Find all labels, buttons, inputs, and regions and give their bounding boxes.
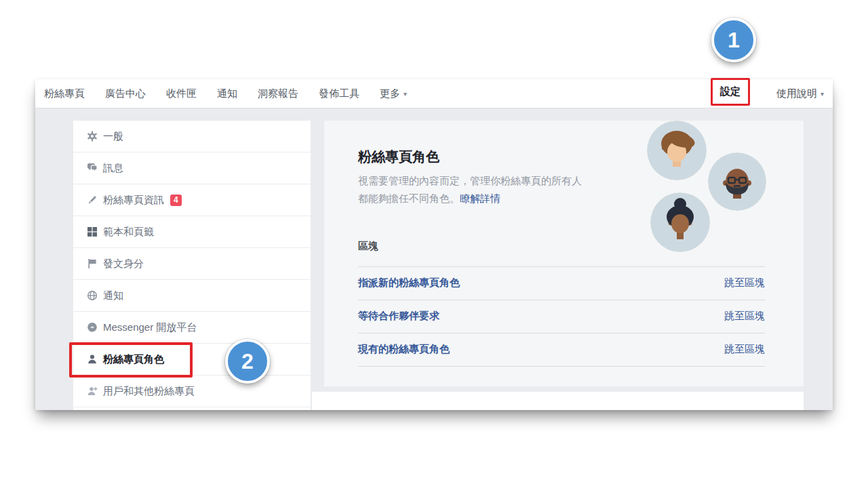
- chevron-down-icon: ▾: [403, 90, 407, 98]
- step-1-badge: 1: [711, 18, 756, 62]
- page-description: 視需要管理的內容而定，管理你粉絲專頁的所有人 都能夠擔任不同角色。瞭解詳情: [358, 172, 677, 207]
- notification-count-badge: 4: [170, 195, 182, 206]
- pencil-icon: [87, 195, 103, 205]
- page-background: { "nav": { "items": [ { "name": "pages",…: [0, 0, 868, 488]
- sidebar-item-page-info[interactable]: 粉絲專頁資訊 4: [73, 184, 311, 216]
- nav-item-more[interactable]: 更多▾: [380, 87, 407, 100]
- step-2-number: 2: [241, 349, 254, 374]
- globe-icon: [87, 290, 103, 301]
- browser-screenshot-window: 粉絲專頁 廣告中心 收件匣 通知 洞察報告 發佈工具 更多▾ 設定 使用說明 ▾…: [35, 79, 833, 410]
- top-navigation-bar: 粉絲專頁 廣告中心 收件匣 通知 洞察報告 發佈工具 更多▾ 設定 使用說明 ▾: [35, 79, 833, 108]
- sidebar-item-general[interactable]: 一般: [73, 121, 311, 152]
- jump-to-section-link[interactable]: 跳至區塊: [724, 310, 765, 323]
- nav-item-pages[interactable]: 粉絲專頁: [44, 87, 85, 100]
- jump-to-section-link[interactable]: 跳至區塊: [724, 277, 765, 289]
- settings-label: 設定: [720, 85, 741, 98]
- nav-item-publishing-tools[interactable]: 發佈工具: [319, 87, 359, 100]
- sections-heading: 區塊: [358, 240, 765, 253]
- jump-to-section-link[interactable]: 跳至區塊: [724, 343, 765, 356]
- nav-item-insights[interactable]: 洞察報告: [258, 87, 298, 100]
- messenger-icon: [87, 322, 103, 333]
- grid-icon: [87, 226, 103, 237]
- section-link[interactable]: 等待合作夥伴要求: [358, 310, 439, 323]
- sidebar-item-templates-tabs[interactable]: 範本和頁籤: [73, 216, 311, 248]
- sections-list: 指派新的粉絲專頁角色 跳至區塊 等待合作夥伴要求 跳至區塊 現有的粉絲專頁角色 …: [358, 266, 765, 367]
- person-icon: [87, 354, 103, 365]
- sidebar-item-people-other-pages[interactable]: 用戶和其他粉絲專頁: [73, 375, 311, 407]
- avatar-woman-bob: [647, 121, 707, 180]
- nav-left-items: 粉絲專頁 廣告中心 收件匣 通知 洞察報告 發佈工具 更多▾: [44, 79, 407, 108]
- person-plus-icon: [87, 386, 103, 396]
- description-line-2: 都能夠擔任不同角色。: [358, 192, 460, 204]
- section-row: 等待合作夥伴要求 跳至區塊: [358, 300, 765, 333]
- sidebar-item-page-roles[interactable]: 粉絲專頁角色: [73, 344, 311, 375]
- section-link[interactable]: 現有的粉絲專頁角色: [358, 343, 450, 356]
- avatar-woman-bun: [650, 192, 710, 252]
- section-row: 指派新的粉絲專頁角色 跳至區塊: [358, 267, 765, 300]
- sidebar-item-messenger-platform[interactable]: Messenger 開放平台: [73, 312, 311, 344]
- sidebar-item-notifications[interactable]: 通知: [73, 280, 311, 312]
- settings-nav-item-highlighted[interactable]: 設定: [711, 78, 750, 106]
- next-settings-card-partial: [312, 392, 804, 410]
- learn-more-link[interactable]: 瞭解詳情: [460, 192, 500, 204]
- step-2-badge: 2: [225, 339, 270, 384]
- avatar-man-glasses: [708, 152, 766, 211]
- step-1-number: 1: [728, 28, 740, 53]
- section-row: 現有的粉絲專頁角色 跳至區塊: [358, 333, 765, 367]
- sidebar-item-post-attribution[interactable]: 發文身分: [73, 248, 311, 280]
- nav-item-help[interactable]: 使用說明 ▾: [776, 79, 824, 108]
- nav-item-ad-center[interactable]: 廣告中心: [105, 87, 146, 100]
- chat-icon: [87, 163, 103, 174]
- page-roles-card: 粉絲專頁角色 視需要管理的內容而定，管理你粉絲專頁的所有人 都能夠擔任不同角色。…: [324, 121, 804, 386]
- flag-icon: [87, 258, 103, 269]
- gear-icon: [87, 131, 103, 142]
- help-label: 使用說明: [776, 87, 817, 100]
- nav-item-notifications[interactable]: 通知: [217, 87, 237, 100]
- settings-sidebar: 一般 訊息 粉絲專頁資訊 4 範本和頁籤 發文身分 通知 Messenger 開…: [73, 121, 311, 410]
- nav-item-inbox[interactable]: 收件匣: [166, 87, 197, 100]
- description-line-1: 視需要管理的內容而定，管理你粉絲專頁的所有人: [358, 175, 582, 186]
- chevron-down-icon: ▾: [821, 90, 824, 98]
- section-link[interactable]: 指派新的粉絲專頁角色: [358, 277, 460, 289]
- sidebar-item-messaging[interactable]: 訊息: [73, 152, 311, 184]
